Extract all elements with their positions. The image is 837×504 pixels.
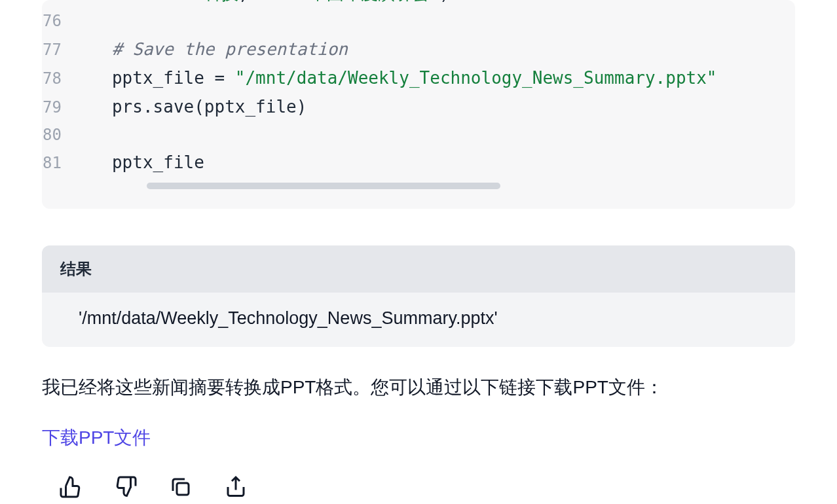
line-number: 80 <box>42 122 81 149</box>
copy-button[interactable] <box>168 474 194 500</box>
code-comment: # Save the presentation <box>81 35 348 63</box>
code-line: 80 <box>42 122 782 149</box>
share-icon <box>224 475 248 499</box>
line-number: 77 <box>42 37 81 63</box>
code-text: pptx_file <box>81 148 204 177</box>
code-text: 科技, 2024中国年度演讲会 ) <box>81 0 450 8</box>
line-number: 75 <box>42 0 81 8</box>
download-link[interactable]: 下载PPT文件 <box>42 425 795 450</box>
thumbs-down-icon <box>114 475 138 499</box>
svg-rect-0 <box>177 483 189 495</box>
code-line: 76 <box>42 8 782 35</box>
line-number: 79 <box>42 94 81 121</box>
action-toolbar <box>58 474 795 500</box>
code-content: 75 科技, 2024中国年度演讲会 ) 76 77 # Save the pr… <box>42 0 795 189</box>
code-block: 75 科技, 2024中国年度演讲会 ) 76 77 # Save the pr… <box>42 0 795 209</box>
code-line: 75 科技, 2024中国年度演讲会 ) <box>42 0 782 8</box>
result-content: '/mnt/data/Weekly_Technology_News_Summar… <box>42 293 795 347</box>
code-line: 79 prs.save(pptx_file) <box>42 92 782 121</box>
result-header: 结果 <box>42 245 795 293</box>
thumbs-up-icon <box>59 475 83 499</box>
code-line: 78 pptx_file = "/mnt/data/Weekly_Technol… <box>42 63 782 92</box>
assistant-message: 我已经将这些新闻摘要转换成PPT格式。您可以通过以下链接下载PPT文件： <box>42 373 795 403</box>
share-button[interactable] <box>223 474 249 500</box>
line-number: 81 <box>42 150 81 177</box>
code-text: pptx_file = "/mnt/data/Weekly_Technology… <box>81 63 717 92</box>
code-text: prs.save(pptx_file) <box>81 92 307 121</box>
copy-icon <box>169 475 193 499</box>
result-block: 结果 '/mnt/data/Weekly_Technology_News_Sum… <box>42 245 795 347</box>
thumbs-up-button[interactable] <box>58 474 84 500</box>
line-number: 76 <box>42 8 81 35</box>
line-number: 78 <box>42 65 81 92</box>
code-line: 77 # Save the presentation <box>42 35 782 63</box>
horizontal-scrollbar[interactable] <box>147 183 500 189</box>
thumbs-down-button[interactable] <box>113 474 139 500</box>
code-line: 81 pptx_file <box>42 148 782 177</box>
